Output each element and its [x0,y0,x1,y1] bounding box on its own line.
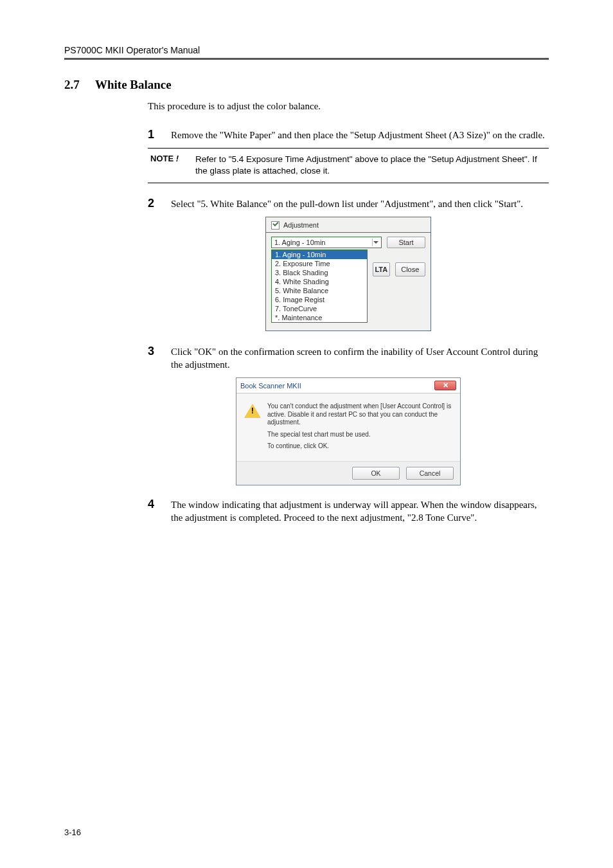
step-1: 1 Remove the "White Paper" and then plac… [148,129,549,141]
running-header: PS7000C MKII Operator's Manual [64,45,549,55]
note-text: Refer to "5.4 Exposure Time Adjustment" … [195,154,546,177]
step-number: 4 [148,498,171,525]
close-icon[interactable]: ✕ [434,381,456,390]
dialog-buttons: OK Cancel [236,461,460,485]
section-title: White Balance [95,78,172,92]
step-text: Click "OK" on the confirmation screen to… [171,345,549,372]
note-label: NOTE ! [150,154,195,177]
dialog-message: You can't conduct the adjustment when [U… [267,402,452,455]
checkbox-icon[interactable] [271,221,280,230]
dialog-msg-line: The special test chart must be used. [267,431,452,439]
header-rule [64,58,549,60]
cancel-button[interactable]: Cancel [406,467,454,480]
step-number: 1 [148,129,171,141]
dialog-msg-line: To continue, click OK. [267,442,452,451]
note-label-word: NOTE [150,154,173,163]
note-box: NOTE ! Refer to "5.4 Exposure Time Adjus… [148,148,549,183]
list-item[interactable]: 3. Black Shading [272,268,367,277]
step-number: 2 [148,197,171,210]
panel-header: Adjustment [266,217,431,233]
screenshot-adjustment-panel: Adjustment 1. Aging - 10min Start 1. Agi… [265,217,431,331]
step-2: 2 Select "5. White Balance" on the pull-… [148,197,549,210]
note-bang: ! [176,154,179,163]
start-button[interactable]: Start [387,237,425,248]
chevron-down-icon[interactable] [372,239,378,246]
dialog-titlebar: Book Scanner MKII ✕ [236,378,460,393]
page-number: 3-16 [64,827,81,837]
select-value: 1. Aging - 10min [274,239,326,246]
adjustment-select[interactable]: 1. Aging - 10min [271,237,382,248]
step-text: Remove the "White Paper" and then place … [171,129,545,141]
dialog-msg-line: You can't conduct the adjustment when [U… [267,402,452,427]
section-number: 2.7 [64,78,95,92]
step-4: 4 The window indicating that adjustment … [148,498,549,525]
screenshot-confirmation-dialog: Book Scanner MKII ✕ You can't conduct th… [236,377,461,485]
close-button[interactable]: Close [395,262,426,276]
step-text: Select "5. White Balance" on the pull-do… [171,197,523,210]
ok-button[interactable]: OK [352,467,400,480]
dialog-title: Book Scanner MKII [240,382,301,390]
panel-title: Adjustment [283,221,319,229]
lta-button[interactable]: LTA [373,262,390,276]
section-heading: 2.7 White Balance [64,78,549,92]
warning-icon [244,404,261,419]
list-item[interactable]: 1. Aging - 10min [272,250,367,259]
step-3: 3 Click "OK" on the confirmation screen … [148,345,549,372]
list-item[interactable]: 2. Exposure Time [272,259,367,268]
intro-text: This procedure is to adjust the color ba… [148,101,549,112]
step-text: The window indicating that adjustment is… [171,498,549,525]
step-number: 3 [148,345,171,372]
